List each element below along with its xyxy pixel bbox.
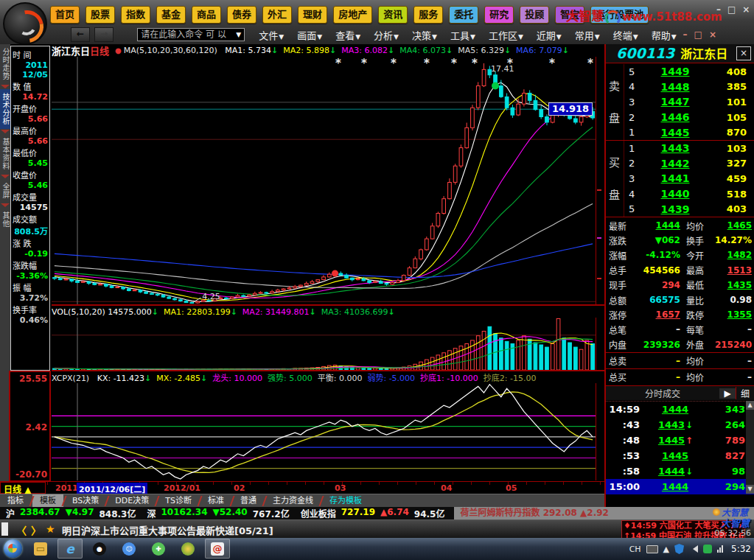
- play-icon[interactable]: ▶: [719, 388, 736, 399]
- messenger-icon[interactable]: ✚: [146, 539, 171, 559]
- period-selector[interactable]: 日线 ▲: [0, 482, 46, 494]
- sell-price[interactable]: 1447: [645, 96, 705, 108]
- menu-item[interactable]: 帮助▼: [645, 28, 683, 42]
- axis-date-label[interactable]: 03: [335, 483, 346, 493]
- bottom-tab[interactable]: 标准: [200, 494, 231, 508]
- menu-item[interactable]: 工具▼: [444, 28, 482, 42]
- app-logo-icon[interactable]: [3, 2, 47, 45]
- sell-price[interactable]: 1448: [645, 81, 705, 93]
- tick-scrollbar[interactable]: ▲ ▼: [746, 401, 754, 494]
- nav-button[interactable]: 首页: [50, 6, 80, 24]
- tick-row[interactable]: 15:00 1444 294: [606, 479, 754, 494]
- nav-button[interactable]: 投顾: [520, 6, 549, 24]
- menu-item[interactable]: 文件▼: [252, 28, 290, 42]
- buy-price[interactable]: 1439: [645, 203, 705, 215]
- nav-button[interactable]: 理财: [298, 6, 327, 24]
- bottom-tab[interactable]: 主力资金线: [265, 494, 321, 508]
- tick-row[interactable]: 14:59 1444 343: [606, 402, 754, 417]
- bottom-tab[interactable]: TS诊断: [158, 494, 199, 508]
- sell-price[interactable]: 1446: [645, 111, 705, 123]
- tick-row[interactable]: :53 1445 827: [606, 448, 754, 463]
- menu-item[interactable]: 查看▼: [329, 28, 367, 42]
- volume-chart[interactable]: [52, 318, 596, 370]
- left-view-tab[interactable]: 基本资料: [0, 134, 10, 174]
- left-view-tab[interactable]: 技术分析: [0, 89, 10, 129]
- nav-button[interactable]: 债券: [227, 6, 256, 24]
- sell-price[interactable]: 1449: [645, 66, 705, 77]
- dzh-app-icon[interactable]: @: [205, 539, 230, 559]
- network-icon[interactable]: [717, 545, 723, 553]
- ie-browser-icon[interactable]: e: [57, 539, 83, 559]
- nav-button[interactable]: 商品: [192, 6, 221, 24]
- close-icon[interactable]: ×: [742, 4, 750, 15]
- sell-price[interactable]: 1445: [645, 127, 705, 139]
- axis-date-label[interactable]: 04: [441, 483, 452, 493]
- bottom-tab[interactable]: BS决策: [65, 494, 106, 508]
- bottom-tab[interactable]: 模板: [32, 494, 63, 508]
- forward-button[interactable]: →: [94, 27, 114, 42]
- menu-item[interactable]: 决策▼: [405, 28, 444, 42]
- axis-date-label[interactable]: 02: [234, 483, 245, 493]
- nav-button[interactable]: 服务: [413, 6, 443, 24]
- bottom-tab[interactable]: DDE决策: [108, 494, 156, 508]
- buy-price[interactable]: 1443: [645, 142, 705, 154]
- nav-button[interactable]: 基金: [156, 6, 186, 24]
- back-button[interactable]: ←: [71, 27, 90, 42]
- restore-icon[interactable]: □: [694, 29, 702, 40]
- nav-button[interactable]: 股票: [85, 6, 115, 24]
- green-app-icon[interactable]: [703, 545, 712, 553]
- nav-button[interactable]: 外汇: [262, 6, 292, 24]
- nav-button[interactable]: 指数: [121, 6, 150, 24]
- ime-indicator[interactable]: CH: [629, 545, 641, 554]
- left-view-tab[interactable]: 其他: [0, 208, 10, 231]
- tick-row[interactable]: :58 1444↓ 98: [606, 463, 754, 479]
- menu-item[interactable]: 画面▼: [290, 28, 329, 42]
- news-headline[interactable]: 明日沪深上市公司重大事项公告最新快递[05/21]: [62, 523, 273, 537]
- menu-item[interactable]: 常用▼: [568, 28, 607, 42]
- start-button[interactable]: [4, 539, 22, 558]
- wangwang-icon[interactable]: ☺: [116, 539, 142, 559]
- security-shield-icon[interactable]: [674, 544, 684, 554]
- menu-item[interactable]: 近期▼: [530, 28, 568, 42]
- close-icon[interactable]: ×: [709, 29, 716, 40]
- ticker-handle[interactable]: [1, 522, 8, 536]
- left-view-tab[interactable]: 全屏: [0, 179, 10, 203]
- command-input[interactable]: 请在此输入命令 可 以 ▼: [137, 28, 245, 41]
- buy-price[interactable]: 1442: [645, 158, 705, 169]
- minimize-icon[interactable]: –: [716, 4, 721, 15]
- tick-row[interactable]: :43 1443↓ 264: [606, 417, 754, 433]
- axis-date-label[interactable]: 2011/12/06[二]: [77, 483, 147, 494]
- explorer-icon[interactable]: ▭: [28, 539, 53, 559]
- media-icon[interactable]: [175, 539, 200, 559]
- axis-date-label[interactable]: 2012/01: [164, 483, 200, 493]
- minimize-icon[interactable]: –: [683, 29, 688, 40]
- keyboard-icon[interactable]: [646, 545, 658, 553]
- nav-button[interactable]: 委托: [449, 6, 478, 24]
- restore-icon[interactable]: □: [727, 4, 736, 15]
- menu-item[interactable]: 工作区▼: [482, 28, 530, 42]
- nav-button[interactable]: 房地产: [333, 6, 372, 24]
- index-quote[interactable]: 沪 2384.67 ▼4.97 848.3亿: [6, 507, 141, 519]
- tick-row[interactable]: :48 1445↑ 789: [606, 433, 754, 448]
- detail-button[interactable]: 细: [736, 387, 754, 399]
- bottom-tab[interactable]: 指标: [0, 494, 31, 508]
- buy-price[interactable]: 1440: [645, 188, 705, 200]
- tray-expand-icon[interactable]: ▲: [663, 545, 669, 554]
- nav-button[interactable]: 资讯: [378, 6, 408, 24]
- axis-date-label[interactable]: 05: [506, 483, 517, 493]
- index-quote[interactable]: 创业板指 727.19 ▲6.74 94.5亿: [301, 507, 450, 519]
- qq-icon[interactable]: ●: [87, 539, 112, 559]
- menu-item[interactable]: 终端▼: [607, 28, 645, 42]
- bottom-tab[interactable]: 存为模板: [322, 494, 369, 508]
- index-quote[interactable]: 深 10162.34 ▼52.40 767.2亿: [147, 507, 294, 519]
- speaker-icon[interactable]: [689, 545, 698, 553]
- ticker-nav[interactable]: 〈〉: [16, 522, 46, 537]
- menu-item[interactable]: 分析▼: [367, 28, 405, 42]
- xcpx-chart[interactable]: [52, 383, 596, 480]
- buy-price[interactable]: 1441: [645, 172, 705, 184]
- bottom-tab[interactable]: 普通: [233, 494, 264, 508]
- candlestick-chart[interactable]: *********17.414.25: [52, 57, 596, 304]
- axis-date-label[interactable]: 2011: [55, 483, 78, 493]
- nav-button[interactable]: 研究: [484, 6, 514, 24]
- close-icon[interactable]: ×: [736, 46, 751, 60]
